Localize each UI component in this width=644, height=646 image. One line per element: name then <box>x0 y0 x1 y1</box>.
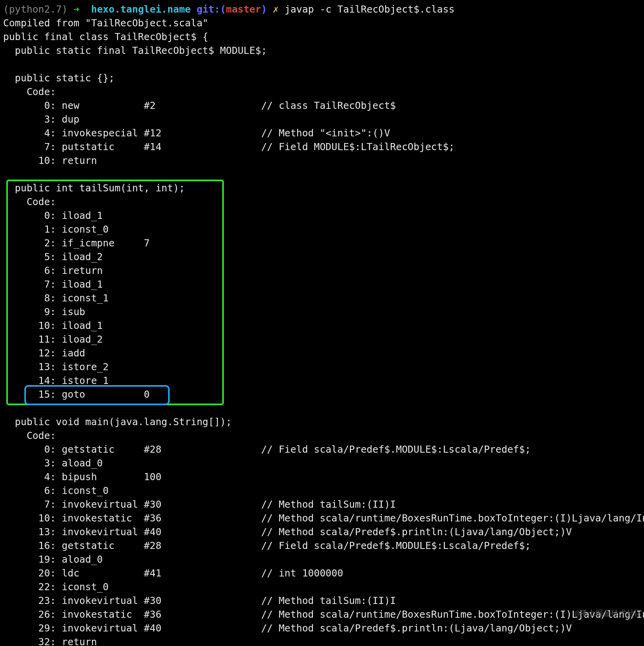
git-branch: master <box>226 4 261 15</box>
code-line: 7: iload_1 <box>3 277 644 291</box>
command-text: javap -c TailRecObject$.class <box>285 4 455 15</box>
code-line: 32: return <box>3 635 644 646</box>
code-line: 15: goto 0 <box>3 387 644 401</box>
code-line: 1: iconst_0 <box>3 222 644 236</box>
code-line: 7: invokevirtual #30 // Method tailSum:(… <box>3 497 644 511</box>
code-line: 29: invokevirtual #40 // Method scala/Pr… <box>3 621 644 635</box>
code-line: public int tailSum(int, int); <box>3 181 644 195</box>
code-line: 12: iadd <box>3 346 644 360</box>
code-line: 8: iconst_1 <box>3 291 644 305</box>
code-line: Code: <box>3 429 644 442</box>
code-line: 26: invokestatic #36 // Method scala/run… <box>3 607 644 621</box>
code-line: 2: if_icmpne 7 <box>3 236 644 250</box>
dirty-mark: ✗ <box>273 4 279 15</box>
env-name: (python2.7) <box>3 4 68 15</box>
code-line: public static {}; <box>3 71 644 85</box>
code-line: 10: return <box>3 154 644 167</box>
code-line <box>3 57 644 71</box>
code-line: 5: iload_2 <box>3 250 644 264</box>
code-line: 4: invokespecial #12 // Method "<init>":… <box>3 126 644 140</box>
git-prefix: git:( <box>197 4 226 15</box>
terminal-output: (python2.7) ➜ hexo.tanglei.name git:(mas… <box>3 2 644 646</box>
code-line: 22: iconst_0 <box>3 580 644 594</box>
code-line: 23: invokevirtual #30 // Method tailSum:… <box>3 594 644 607</box>
code-line: 0: new #2 // class TailRecObject$ <box>3 99 644 112</box>
code-line: 20: ldc #41 // int 1000000 <box>3 566 644 580</box>
code-line: 14: istore_1 <box>3 374 644 387</box>
code-line <box>3 401 644 415</box>
code-line: 13: istore_2 <box>3 360 644 374</box>
code-line: 6: ireturn <box>3 264 644 277</box>
code-line <box>3 167 644 181</box>
code-line: 16: getstatic #28 // Field scala/Predef$… <box>3 539 644 552</box>
code-line: 13: invokevirtual #40 // Method scala/Pr… <box>3 525 644 539</box>
code-line: Compiled from "TailRecObject.scala" <box>3 16 644 30</box>
code-line: 0: iload_1 <box>3 209 644 222</box>
code-line: 10: invokestatic #36 // Method scala/run… <box>3 511 644 525</box>
code-line: 9: isub <box>3 305 644 319</box>
code-line: Code: <box>3 195 644 209</box>
cwd: hexo.tanglei.name <box>91 4 191 15</box>
code-line: public void main(java.lang.String[]); <box>3 415 644 429</box>
code-line: 4: bipush 100 <box>3 470 644 484</box>
code-line: 3: dup <box>3 112 644 126</box>
code-line: Code: <box>3 85 644 99</box>
code-line: public static final TailRecObject$ MODUL… <box>3 44 644 57</box>
prompt-line[interactable]: (python2.7) ➜ hexo.tanglei.name git:(mas… <box>3 2 644 16</box>
code-line: 10: iload_1 <box>3 319 644 332</box>
code-line: public final class TailRecObject$ { <box>3 30 644 44</box>
code-line: 0: getstatic #28 // Field scala/Predef$.… <box>3 442 644 456</box>
watermark-text: @稀土掘金技术社区 <box>575 606 642 620</box>
code-line: 7: putstatic #14 // Field MODULE$:LTailR… <box>3 140 644 154</box>
code-line: 3: aload_0 <box>3 456 644 470</box>
code-line: 19: aload_0 <box>3 552 644 566</box>
code-line: 6: iconst_0 <box>3 484 644 497</box>
git-suffix: ) <box>261 4 267 15</box>
code-line: 11: iload_2 <box>3 332 644 346</box>
prompt-arrow: ➜ <box>73 4 79 15</box>
